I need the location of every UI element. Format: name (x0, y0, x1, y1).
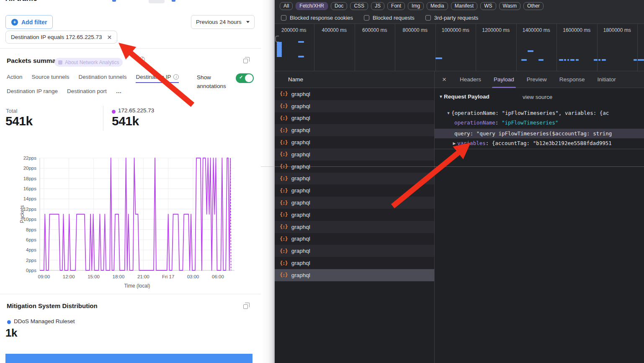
triangle-right-icon[interactable]: ▶ (451, 141, 457, 145)
svg-text:21:00: 21:00 (137, 274, 149, 279)
checkbox-box[interactable] (425, 15, 431, 21)
request-row-graphql[interactable]: {:}graphql (275, 221, 434, 233)
filter-pill-img[interactable]: Img (408, 2, 424, 10)
request-row-graphql[interactable]: {:}graphql (275, 148, 434, 161)
filter-pill-doc[interactable]: Doc (331, 2, 347, 10)
timeline-tick-label: 400000 ms (322, 27, 347, 33)
svg-text:Packets: Packets (19, 205, 25, 223)
detail-tab-payload[interactable]: Payload (494, 71, 514, 88)
request-name: graphql (291, 236, 310, 242)
tab-destination-port[interactable]: Destination port (67, 88, 107, 94)
more-tabs-button[interactable]: … (116, 88, 122, 94)
time-range-dropdown[interactable]: Previous 24 hours (191, 15, 255, 29)
show-annotations-toggle[interactable] (236, 73, 254, 83)
timeline-gridline (355, 24, 355, 71)
view-source-link[interactable]: view source (523, 94, 552, 100)
mitigation-legend-label: DDoS Managed Ruleset (14, 318, 75, 324)
request-row-graphql[interactable]: {:}graphql (275, 245, 434, 257)
filter-pill-ws[interactable]: WS (480, 2, 496, 10)
request-row-graphql[interactable]: {:}graphql (275, 233, 434, 245)
request-row-graphql[interactable]: {:}graphql (275, 209, 434, 221)
checkbox-label: Blocked requests (373, 15, 415, 21)
filter-pill-all[interactable]: All (280, 2, 293, 10)
timeline-selection-handle[interactable] (275, 36, 279, 42)
add-filter-button[interactable]: + Add filter (5, 15, 53, 29)
checkbox-box[interactable] (281, 15, 286, 21)
payload-row-variables[interactable]: ▶variables: {accountTag: "b12e3b2192ee55… (435, 138, 644, 148)
request-row-graphql[interactable]: {:}graphql (275, 197, 434, 209)
detail-tab-initiator[interactable]: Initiator (598, 71, 616, 88)
timeline-tick-label: 200000 ms (281, 27, 306, 33)
detail-tab-headers[interactable]: Headers (460, 71, 481, 88)
request-name: graphql (291, 187, 310, 194)
request-row-graphql[interactable]: {:}graphql (275, 173, 434, 185)
payload-preview-text: {operationName: "ipFlowTimeseries", vari… (451, 110, 609, 116)
clock-icon (139, 57, 145, 62)
remove-filter-icon[interactable]: ✕ (107, 34, 112, 40)
request-row-graphql[interactable]: {:}graphql (275, 112, 434, 124)
request-rows: {:}graphql{:}graphql{:}graphql{:}graphql… (275, 88, 434, 281)
clipped-ui-fragment (112, 0, 116, 2)
request-payload-title: Request Payload (444, 93, 489, 100)
request-timing-bar (521, 59, 527, 61)
filter-pill-media[interactable]: Media (427, 2, 448, 10)
detail-tab-preview[interactable]: Preview (527, 71, 547, 88)
checkbox-3rd-party-requests[interactable]: 3rd-party requests (425, 15, 479, 21)
series-value: 541k (112, 114, 139, 128)
tab-destination-tunnels[interactable]: Destination tunnels (79, 74, 127, 80)
payload-pane: ▼Request Payload view source ▼{operation… (435, 88, 644, 363)
request-filter-checkboxes: Blocked response cookiesBlocked requests… (275, 12, 644, 24)
payload-preview-line[interactable]: ▼{operationName: "ipFlowTimeseries", var… (435, 108, 644, 118)
tab-source-tunnels[interactable]: Source tunnels (32, 74, 70, 80)
request-row-graphql[interactable]: {:}graphql (275, 100, 434, 112)
filter-pill-js[interactable]: JS (371, 2, 384, 10)
expand-card-icon[interactable] (243, 59, 248, 63)
request-row-graphql[interactable]: {:}graphql (275, 136, 434, 148)
request-row-graphql[interactable]: {:}graphql (275, 124, 434, 136)
tab-destination-ip[interactable]: Destination IPi (136, 74, 179, 80)
checkbox-blocked-response-cookies[interactable]: Blocked response cookies (281, 15, 353, 21)
filter-pill-wasm[interactable]: Wasm (499, 2, 521, 10)
close-icon[interactable]: × (442, 75, 446, 84)
network-overview-timeline[interactable]: 200000 ms400000 ms600000 ms800000 ms1000… (275, 24, 644, 71)
filter-chip[interactable]: Destination IP equals 172.65.225.73 ✕ (5, 31, 117, 44)
divider (0, 48, 261, 49)
name-column-header[interactable]: Name (275, 71, 434, 88)
filter-pill-font[interactable]: Font (387, 2, 405, 10)
divider (103, 106, 103, 131)
request-payload-header[interactable]: ▼Request Payload (439, 93, 489, 100)
checkbox-label: 3rd-party requests (434, 15, 479, 21)
tab-action[interactable]: Action (7, 74, 23, 80)
request-name: graphql (291, 272, 310, 278)
checkbox-blocked-requests[interactable]: Blocked requests (364, 15, 415, 21)
mitigation-title: Mitigation System Distribution (7, 302, 98, 309)
series-legend-dot (112, 110, 116, 114)
filter-pill-manifest[interactable]: Manifest (451, 2, 477, 10)
detail-tab-response[interactable]: Response (559, 71, 585, 88)
request-row-graphql[interactable]: {:}graphql (275, 88, 434, 100)
request-row-graphql[interactable]: {:}graphql (275, 269, 434, 281)
payload-row-query[interactable]: query: "query ipFlowTimeseries($accountT… (435, 129, 644, 138)
request-timing-bar (634, 59, 637, 61)
add-filter-label: Add filter (21, 19, 47, 26)
svg-text:06:00: 06:00 (212, 274, 224, 279)
request-row-graphql[interactable]: {:}graphql (275, 184, 434, 197)
tab-label: Action (7, 74, 23, 80)
json-request-icon: {:} (280, 151, 288, 157)
expand-card-icon[interactable] (243, 304, 248, 309)
filter-pill-css[interactable]: CSS (350, 2, 368, 10)
timeline-tick-label: 1200000 ms (482, 27, 510, 33)
svg-text:12pps: 12pps (23, 207, 37, 212)
checkbox-box[interactable] (364, 15, 369, 21)
svg-text:03:00: 03:00 (187, 274, 199, 279)
tab-destination-ip-range[interactable]: Destination IP range (7, 88, 58, 94)
filter-pill-other[interactable]: Other (523, 2, 544, 10)
about-network-analytics-badge[interactable]: About Network Analytics (54, 58, 123, 67)
request-row-graphql[interactable]: {:}graphql (275, 257, 434, 269)
request-timing-bar (638, 59, 644, 61)
payload-row-operationName[interactable]: operationName: "ipFlowTimeseries" (435, 118, 644, 127)
filter-pill-fetch-xhr[interactable]: Fetch/XHR (296, 2, 328, 10)
triangle-down-icon[interactable]: ▼ (446, 111, 451, 115)
json-request-icon: {:} (280, 115, 288, 121)
packets-timeseries-chart: 0pps2pps4pps6pps8pps10pps12pps14pps16pps… (0, 148, 261, 292)
